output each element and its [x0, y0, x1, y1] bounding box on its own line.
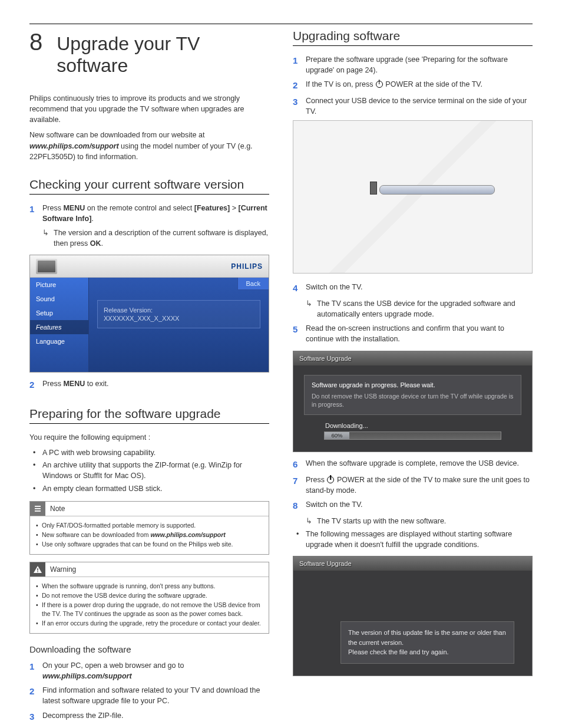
t: The version and a description of the cur…: [54, 228, 269, 249]
section-upgrading: Upgrading software: [293, 29, 533, 46]
step-text: On your PC, open a web browser and go to…: [42, 660, 269, 681]
tv-menu-item: Picture: [30, 278, 88, 292]
intro2-a: New software can be downloaded from our …: [29, 131, 204, 139]
step-text: Decompress the ZIP-file.: [42, 710, 269, 723]
warning-items: When the software upgrade is running, do…: [30, 577, 269, 633]
t: If the TV is on, press: [306, 80, 375, 88]
svg-rect-2: [35, 510, 41, 512]
step-number: 2: [293, 79, 306, 92]
step-text: When the software upgrade is complete, r…: [306, 458, 533, 471]
list-item: An archive utility that supports the ZIP…: [29, 460, 269, 481]
list-item: When the software upgrade is running, do…: [36, 582, 263, 590]
step-text: Switch on the TV.: [306, 499, 533, 512]
usb-connection-illustration: [293, 120, 533, 274]
list-item: If there is a power drop during the upgr…: [36, 601, 263, 617]
tv-menu-screenshot: PHILIPS Picture Sound Setup Features Lan…: [29, 255, 269, 373]
step-number: 1: [29, 203, 42, 224]
t: .: [101, 239, 103, 248]
section-preparing: Preparing for the software upgrade: [29, 407, 269, 424]
swbox-title: Software Upgrade: [293, 351, 532, 365]
tv-menu-sidebar: Picture Sound Setup Features Language: [30, 278, 89, 372]
t: [Features]: [194, 204, 230, 212]
check-step-1: 1 Press MENU on the remote control and s…: [29, 203, 269, 224]
up-step-4-sub: The TV scans the USB device for the upgr…: [306, 298, 533, 319]
swbox-inner: Software upgrade in progress. Please wai…: [293, 365, 532, 452]
t: to exit.: [85, 380, 108, 388]
step-text: Press POWER at the side of the TV to mak…: [306, 475, 533, 496]
chapter-title: Upgrade your TV software: [57, 33, 269, 77]
step-text: Press MENU to exit.: [42, 378, 269, 391]
t: New software can be downloaded from: [42, 531, 150, 538]
step-number: 5: [293, 323, 306, 344]
svg-rect-5: [37, 571, 38, 572]
note-callout: Note Only FAT/DOS-formatted portable mem…: [29, 501, 269, 555]
intro-paragraph-1: Philips continuously tries to improve it…: [29, 93, 269, 125]
intro-paragraph-2: New software can be downloaded from our …: [29, 130, 269, 162]
warning-callout: Warning When the software upgrade is run…: [29, 562, 269, 634]
t: Press: [306, 476, 326, 484]
tv-menu-main: Back Release Version: XXXXXXX_XXX_X_XXXX: [89, 278, 269, 372]
svg-rect-0: [35, 506, 41, 507]
power-icon: [376, 81, 383, 88]
up-step-5: 5 Read the on-screen instructions and co…: [293, 323, 533, 344]
list-item: An empty clean formatted USB stick.: [29, 483, 269, 494]
step-text: Prepare the software upgrade (see 'Prepa…: [306, 54, 533, 75]
up-step-1: 1 Prepare the software upgrade (see 'Pre…: [293, 54, 533, 75]
progress-fill: 60%: [325, 432, 349, 439]
warning-icon: [30, 562, 45, 577]
check-step-1-sub: The version and a description of the cur…: [42, 228, 269, 249]
t: OK: [90, 239, 101, 248]
swbox-download: Downloading... 60%: [324, 422, 501, 440]
t: The TV scans the USB device for the upgr…: [317, 298, 533, 319]
dl-step-2: 2 Find information and software related …: [29, 685, 269, 706]
list-item: Do not remove the USB device during the …: [36, 591, 263, 599]
step-number: 6: [293, 458, 306, 471]
software-upgrade-fail-box: Software Upgrade The version of this upd…: [293, 556, 533, 676]
list-item: Only FAT/DOS-formatted portable memory i…: [36, 521, 263, 529]
tv-menu-item: Language: [30, 334, 88, 348]
svg-rect-4: [37, 568, 38, 571]
progress-bar: 60%: [324, 431, 501, 440]
warning-header: Warning: [30, 562, 269, 577]
list-item: The following messages are displayed wit…: [293, 529, 533, 550]
swbox-message-card: Software upgrade in progress. Please wai…: [304, 375, 521, 415]
list-item: A PC with web browsing capability.: [29, 447, 269, 458]
step-number: 4: [293, 282, 306, 295]
tv-menu-back: Back: [237, 278, 269, 290]
warning-label: Warning: [45, 565, 76, 574]
step-text: Connect your USB device to the service t…: [306, 95, 533, 117]
up-step-8: 8 Switch on the TV.: [293, 499, 533, 512]
svg-rect-1: [35, 508, 41, 509]
chapter-number: 8: [29, 29, 42, 55]
tv-icon: [36, 259, 57, 274]
fail-msg-2: Please check the file and try again.: [348, 647, 507, 657]
t: on the remote control and select: [85, 204, 194, 212]
right-column: Upgrading software 1 Prepare the softwar…: [293, 29, 533, 728]
software-upgrade-progress-box: Software Upgrade Software upgrade in pro…: [293, 351, 533, 452]
swbox-line1: Software upgrade in progress. Please wai…: [312, 381, 514, 388]
note-items: Only FAT/DOS-formatted portable memory i…: [30, 516, 269, 555]
preparing-intro: You require the following equipment :: [29, 432, 269, 443]
brand-label: PHILIPS: [231, 262, 263, 271]
t: .: [91, 215, 93, 223]
t: POWER at the side of the TV to make sure…: [306, 476, 530, 495]
t: Press: [42, 380, 63, 388]
note-label: Note: [45, 505, 65, 513]
swbox-fail-message: The version of this update file is the s…: [340, 621, 514, 664]
up-step-4: 4 Switch on the TV.: [293, 282, 533, 295]
tv-menu-body: Picture Sound Setup Features Language Ba…: [30, 278, 269, 372]
note-icon: [30, 502, 45, 516]
equipment-list: A PC with web browsing capability. An ar…: [29, 447, 269, 494]
step-number: 3: [29, 710, 42, 723]
section-check-version: Checking your current software version: [29, 177, 269, 195]
tv-menu-item-active: Features: [30, 320, 88, 334]
tv-menu-topbar: PHILIPS: [30, 255, 269, 278]
subsection-downloading: Downloading the software: [29, 644, 269, 654]
t: >: [230, 204, 238, 212]
step-text: Read the on-screen instructions and conf…: [306, 323, 533, 344]
up-step-3: 3 Connect your USB device to the service…: [293, 95, 533, 117]
list-item: If an error occurs during the upgrade, r…: [36, 619, 263, 627]
swbox-title: Software Upgrade: [293, 556, 532, 571]
up-step-8-sub: The TV starts up with the new software.: [306, 516, 533, 526]
up-step-2: 2 If the TV is on, press POWER at the si…: [293, 79, 533, 92]
